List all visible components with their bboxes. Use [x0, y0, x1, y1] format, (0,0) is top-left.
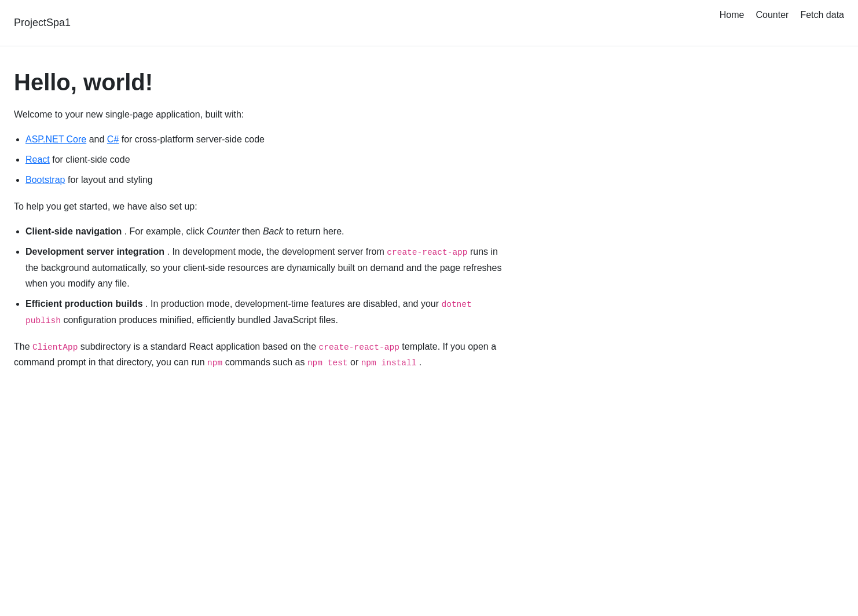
list-item-aspnet: ASP.NET Core and C# for cross-platform s… — [25, 131, 507, 147]
page-heading: Hello, world! — [14, 69, 507, 96]
npm-test-code: npm test — [307, 358, 348, 368]
navbar-nav: Home Counter Fetch data — [720, 7, 844, 27]
npm-code: npm — [207, 358, 222, 368]
prod-builds-text1: . In production mode, development-time f… — [145, 299, 441, 309]
client-nav-text3: to return here. — [286, 226, 344, 236]
footer-text-end: . — [419, 357, 421, 367]
footer-paragraph: The ClientApp subdirectory is a standard… — [14, 339, 507, 369]
list-item-bootstrap: Bootstrap for layout and styling — [25, 172, 507, 188]
nav-link-fetch-data[interactable]: Fetch data — [800, 10, 844, 20]
intro-paragraph: Welcome to your new single-page applicat… — [14, 107, 507, 122]
aspnet-core-link[interactable]: ASP.NET Core — [25, 134, 86, 144]
dev-server-bold: Development server integration — [25, 247, 164, 256]
list-item-dev-server: Development server integration . In deve… — [25, 244, 507, 291]
back-italic: Back — [263, 226, 284, 236]
nav-link-counter[interactable]: Counter — [756, 10, 789, 20]
create-react-app-code2: create-react-app — [319, 343, 399, 352]
list-item-client-nav: Client-side navigation . For example, cl… — [25, 223, 507, 239]
client-nav-text1: . For example, click — [124, 226, 207, 236]
footer-text-or: or — [350, 357, 361, 367]
dev-server-text1: . In development mode, the development s… — [167, 247, 387, 256]
footer-text-middle3: commands such as — [225, 357, 307, 367]
built-with-list: ASP.NET Core and C# for cross-platform s… — [25, 131, 507, 188]
nav-item-fetch-data[interactable]: Fetch data — [800, 7, 844, 23]
prod-builds-text2: configuration produces minified, efficie… — [63, 315, 338, 325]
csharp-link[interactable]: C# — [107, 134, 119, 144]
react-link[interactable]: React — [25, 155, 50, 164]
navbar-brand[interactable]: ProjectSpa1 — [14, 17, 71, 29]
nav-item-home[interactable]: Home — [720, 7, 745, 23]
clientapp-code: ClientApp — [32, 343, 78, 352]
list-item-prod-builds: Efficient production builds . In product… — [25, 296, 507, 328]
main-content: Hello, world! Welcome to your new single… — [0, 46, 521, 402]
setup-intro-paragraph: To help you get started, we have also se… — [14, 199, 507, 214]
list-item-react: React for client-side code — [25, 152, 507, 167]
navbar: ProjectSpa1 Home Counter Fetch data — [0, 0, 858, 46]
bootstrap-link[interactable]: Bootstrap — [25, 175, 65, 185]
nav-link-home[interactable]: Home — [720, 10, 745, 20]
bootstrap-rest: for layout and styling — [68, 175, 153, 185]
counter-italic: Counter — [207, 226, 240, 236]
client-nav-text2: then — [242, 226, 263, 236]
react-rest: for client-side code — [52, 155, 130, 164]
npm-install-code: npm install — [361, 358, 417, 368]
prod-builds-bold: Efficient production builds — [25, 299, 143, 309]
footer-text-prefix: The — [14, 342, 32, 351]
create-react-app-code: create-react-app — [387, 248, 467, 257]
footer-text-middle: subdirectory is a standard React applica… — [80, 342, 319, 351]
aspnet-rest: for cross-platform server-side code — [122, 134, 265, 144]
setup-list: Client-side navigation . For example, cl… — [25, 223, 507, 328]
nav-item-counter[interactable]: Counter — [756, 7, 789, 23]
client-nav-bold: Client-side navigation — [25, 226, 122, 236]
and-separator: and — [89, 134, 107, 144]
